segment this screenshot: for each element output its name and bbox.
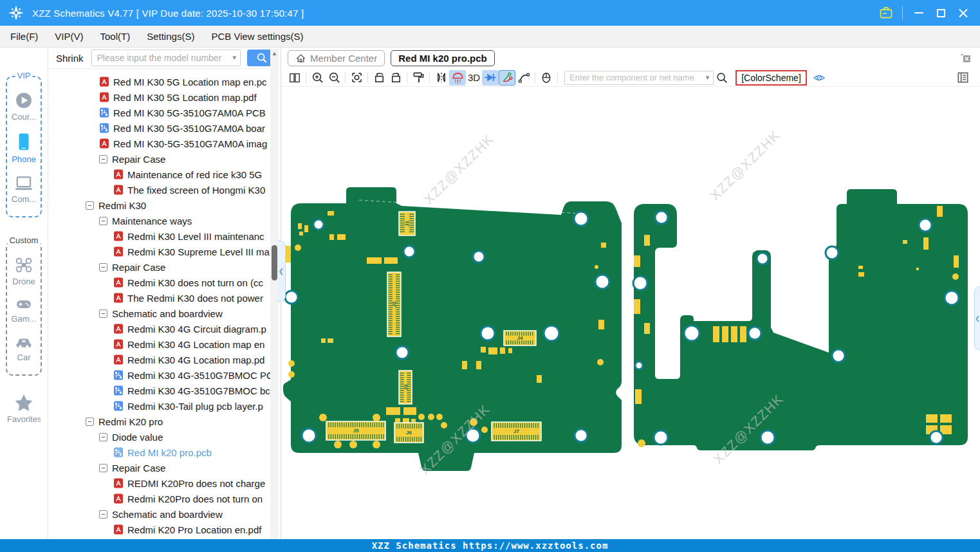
tree-collapse-toggle-icon[interactable]: −	[86, 201, 94, 210]
tree-item[interactable]: The Redmi K30 does not power	[48, 290, 281, 306]
tree-collapse-toggle-icon[interactable]: −	[99, 433, 107, 441]
mirror-flip-icon[interactable]	[432, 70, 449, 86]
tree-folder[interactable]: −Diode value	[48, 429, 281, 445]
close-all-tabs-icon[interactable]	[959, 51, 972, 67]
3d-view-button[interactable]: 3D	[466, 72, 482, 83]
sidebar-item-game[interactable]: Gam...	[11, 297, 36, 324]
tree-collapse-toggle-icon[interactable]: −	[86, 418, 94, 426]
tree-item-label: Schematic and boardview	[112, 509, 223, 520]
tree-collapse-toggle-icon[interactable]: −	[99, 510, 107, 519]
rotate-left-icon[interactable]	[371, 70, 387, 86]
tree-collapse-handle[interactable]: ❮	[277, 241, 286, 302]
pcb-canvas-svg[interactable]: J1J2J3J4J5J6J7XZZ@XZZHKXZZ@XZZHKXZZ@XZZH…	[281, 87, 980, 539]
pcb-board-bottom-side[interactable]	[633, 189, 968, 450]
tree-item[interactable]: Red MI K30 5G-3510G7AM0A PCB	[48, 105, 281, 120]
curve-track-icon[interactable]	[515, 70, 532, 86]
tree-item[interactable]: Red MI K30-5G-3510G7AM0A imag	[48, 136, 281, 151]
tree-item[interactable]: Red MI K30 5G Location map en.pc	[48, 74, 281, 89]
net-search-magnifier-icon[interactable]	[714, 70, 730, 86]
diode-mode-icon[interactable]	[482, 70, 499, 86]
sidebar-item-car[interactable]: Car	[14, 335, 33, 362]
side-panel-toggle-icon[interactable]	[956, 71, 970, 87]
tree-collapse-toggle-icon[interactable]: −	[99, 155, 107, 163]
vip-lock-icon[interactable]	[875, 4, 897, 22]
tree-item[interactable]: REDMI K20Pro does not charge	[48, 475, 281, 491]
tree-item[interactable]: Redmi K30 4G Circuit diagram.p	[48, 321, 281, 336]
scroll-up-icon[interactable]: ▲	[270, 49, 279, 57]
tree-collapse-toggle-icon[interactable]: −	[99, 263, 107, 271]
sidebar-item-course[interactable]: Cour...	[12, 91, 36, 122]
tree-collapse-toggle-icon[interactable]: −	[99, 309, 107, 318]
tree-collapse-toggle-icon[interactable]: −	[99, 217, 107, 225]
mouse-settings-icon[interactable]	[538, 70, 555, 86]
sidebar-item-favorites[interactable]: Favorites	[7, 394, 41, 424]
lamp-highlight-icon[interactable]	[449, 70, 466, 86]
tree-item[interactable]: Redmi K20 Pro Location en.pdf	[48, 522, 281, 537]
eye-visibility-icon[interactable]	[811, 70, 827, 86]
pcb-pad	[488, 347, 497, 354]
menu-item-tool-t-[interactable]: Tool(T)	[92, 31, 139, 42]
pcb-hole	[748, 327, 761, 340]
tree-item[interactable]: Red MI K30 5G-3510G7AM0A boar	[48, 120, 281, 136]
zoom-out-icon[interactable]	[326, 70, 342, 86]
menu-item-file-f-[interactable]: File(F)	[10, 31, 46, 42]
tree-item[interactable]: Redmi K30-Tail plug pcb layer.p	[48, 398, 281, 414]
tab-red-mi-k20-pro-pcb[interactable]: Red MI k20 pro.pcb	[391, 50, 495, 66]
pcb-connector-j6[interactable]: J6	[394, 423, 423, 443]
tree-item[interactable]: Red MI K30 5G Location map.pdf	[48, 89, 281, 105]
pcb-connector-j7[interactable]: J7	[492, 422, 541, 441]
tree-folder[interactable]: −Repair Case	[48, 460, 281, 475]
tree-folder[interactable]: −Repair Case	[48, 151, 281, 167]
workspace-column: Member Center Red MI k20 pro.pcb	[281, 48, 980, 539]
tree-item[interactable]: Redmi K30 4G Location map en	[48, 336, 281, 352]
sidebar-item-phone[interactable]: Phone	[12, 133, 36, 164]
tree-collapse-toggle-icon[interactable]: −	[99, 464, 107, 472]
right-panel-handle[interactable]: ❮	[974, 286, 980, 351]
maximize-button[interactable]	[930, 4, 952, 22]
model-search-input[interactable]	[91, 50, 241, 66]
colorscheme-button[interactable]: [ColorScheme]	[735, 70, 807, 86]
close-button[interactable]	[952, 4, 974, 22]
net-search-input[interactable]	[564, 71, 714, 85]
tree-folder[interactable]: −Repair Case	[48, 259, 281, 275]
menu-item-vip-v-[interactable]: VIP(V)	[46, 31, 91, 42]
tree-folder[interactable]: −Maintenance ways	[48, 213, 281, 228]
tree-item[interactable]: Redmi K30 4G-3510G7BMOC PC	[48, 367, 281, 383]
menu-item-pcb-view-settings-s-[interactable]: PCB View settings(S)	[203, 31, 311, 42]
minimize-button[interactable]	[908, 4, 930, 22]
tree-folder[interactable]: −Redmi K20 pro	[48, 414, 281, 429]
pcb-hole	[313, 219, 324, 230]
pcb-hole	[655, 211, 668, 224]
zoom-in-icon[interactable]	[309, 70, 326, 86]
tree-folder[interactable]: −Redmi K30	[48, 198, 281, 213]
pcb-connector-j5[interactable]: J5	[326, 421, 385, 440]
tree-folder[interactable]: −Schematic and boardview	[48, 306, 281, 321]
tree-scrollbar-thumb[interactable]	[272, 245, 277, 281]
sidebar-item-drone[interactable]: Drone	[12, 256, 35, 286]
tree-item[interactable]: Redmi K30 Level III maintenanc	[48, 228, 281, 244]
tree-item[interactable]: Redmi K30 4G Location map.pd	[48, 352, 281, 367]
tree-item[interactable]: Maintenance of red rice k30 5G	[48, 167, 281, 182]
paint-roller-icon[interactable]	[410, 70, 427, 86]
pcb-connector-j4[interactable]: J4	[504, 331, 536, 345]
split-view-icon[interactable]	[286, 70, 303, 86]
sidebar-item-computer[interactable]: Com...	[12, 175, 36, 204]
pcb-view-canvas[interactable]: J1J2J3J4J5J6J7XZZ@XZZHKXZZ@XZZHKXZZ@XZZH…	[281, 87, 980, 539]
tree-folder[interactable]: −Schematic and boardview	[48, 506, 281, 522]
menu-item-settings-s-[interactable]: Settings(S)	[138, 31, 203, 42]
rotate-right-icon[interactable]	[387, 70, 404, 86]
shrink-button[interactable]: Shrink	[53, 51, 86, 65]
pcb-connector-j1[interactable]: J1	[399, 212, 415, 235]
pcb-board-top-side[interactable]: J1J2J3J4J5J6J7	[283, 187, 622, 471]
tree-item[interactable]: Redmi K30 does not turn on (cc	[48, 275, 281, 290]
tree-item[interactable]: Redmi K30 Supreme Level III ma	[48, 244, 281, 259]
pcb-connector-j2[interactable]: J2	[387, 272, 401, 336]
tree-item[interactable]: Redmi K30 4G-3510G7BMOC bc	[48, 383, 281, 398]
tree-item[interactable]: Redmi K20Pro does not turn on	[48, 491, 281, 506]
tab-member-center[interactable]: Member Center	[288, 50, 385, 66]
tree-item[interactable]: The fixed screen of Hongmi K30	[48, 182, 281, 198]
pcb-connector-j3[interactable]: J3	[399, 371, 412, 404]
fit-screen-icon[interactable]	[348, 70, 365, 86]
tree-item[interactable]: Red MI k20 pro.pcb	[48, 445, 281, 460]
measure-probe-icon[interactable]	[499, 70, 515, 86]
